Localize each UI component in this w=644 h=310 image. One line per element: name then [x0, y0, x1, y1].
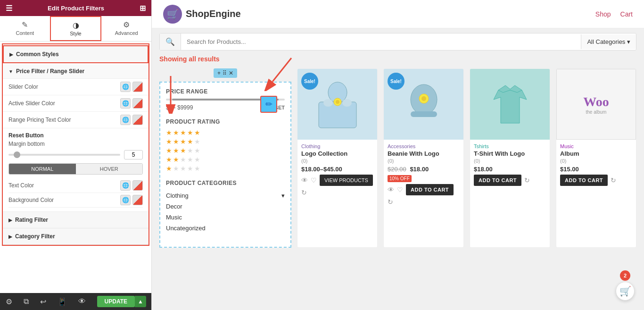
add-to-cart-btn-3[interactable]: ADD TO CART	[560, 175, 608, 186]
category-clothing[interactable]: Clothing ▾	[166, 190, 285, 201]
category-clothing-arrow: ▾	[281, 192, 285, 199]
svg-point-13	[421, 96, 426, 101]
text-color-btn[interactable]	[132, 180, 143, 191]
common-styles-header[interactable]: ▶ Common Styles	[3, 45, 149, 63]
tab-style[interactable]: ◑ Style	[50, 16, 102, 41]
star-empty: ★	[180, 165, 186, 172]
layers-icon[interactable]: ⧉	[24, 297, 29, 306]
star: ★	[166, 138, 172, 145]
cart-area: 2 🛒	[616, 270, 635, 301]
refresh-action-3[interactable]: ↻	[611, 176, 616, 184]
text-color-globe[interactable]: 🌐	[120, 180, 131, 191]
product-info-0: Clothing Logo Collection (0) $18.00–$45.…	[297, 140, 377, 200]
cart-link[interactable]: Cart	[620, 10, 633, 18]
star: ★	[166, 156, 172, 163]
product-price-3: $15.00	[560, 166, 632, 173]
star: ★	[166, 165, 172, 172]
update-dropdown-btn[interactable]: ▲	[135, 296, 146, 307]
tab-content-label: Content	[16, 30, 34, 36]
active-slider-globe[interactable]: 🌐	[120, 98, 131, 109]
cart-badge: 2	[620, 270, 630, 281]
bg-color-globe[interactable]: 🌐	[120, 195, 131, 205]
product-info-1: Accessories Beanie With Logo (0) $20.00 …	[384, 140, 463, 209]
product-image-2	[470, 69, 550, 140]
normal-tab[interactable]: NORMAL	[9, 164, 76, 174]
product-reviews-0: (0)	[301, 158, 373, 164]
search-input[interactable]	[181, 34, 581, 49]
grid-icon[interactable]: ⊞	[140, 4, 146, 13]
cart-icon-btn[interactable]: 🛒	[616, 282, 635, 301]
toolbar-drag[interactable]: ⠿	[223, 70, 227, 76]
toolbar-close[interactable]: ✕	[229, 70, 233, 76]
text-color-row: Text Color 🌐	[8, 178, 143, 193]
toolbar-plus[interactable]: +	[217, 70, 221, 76]
search-icon[interactable]: 🔍	[160, 34, 181, 50]
rating-filter-section[interactable]: ▶ Rating Filter	[3, 212, 149, 228]
category-label: All Categories	[587, 38, 625, 45]
eye-icon[interactable]: 👁	[78, 297, 86, 306]
product-name-2: T-Shirt With Logo	[474, 150, 546, 157]
tab-advanced[interactable]: ⚙ Advanced	[101, 16, 151, 41]
price-filter-label: Price Filter / Range Slider	[16, 68, 84, 75]
star-row-3[interactable]: ★★★★★	[166, 147, 285, 154]
tab-style-label: Style	[70, 31, 81, 36]
category-filter-section[interactable]: ▶ Category Filter	[3, 228, 149, 245]
add-to-cart-btn-1[interactable]: ADD TO CART	[406, 184, 454, 195]
logo-area: 🛒 ShopEngine	[163, 5, 241, 24]
refresh-action-1[interactable]: ↻	[388, 198, 393, 206]
star-row-5[interactable]: ★★★★★	[166, 129, 285, 136]
logo-icon: 🛒	[163, 5, 182, 24]
heart-action-0[interactable]: ♡	[311, 176, 317, 184]
active-slider-color-btn[interactable]	[132, 98, 143, 109]
product-category-0: Clothing	[301, 143, 373, 149]
tab-content[interactable]: ✎ Content	[0, 16, 50, 41]
edit-cursor[interactable]: ✏	[260, 96, 277, 113]
bottom-bar: ⚙ ⧉ ↩ 📱 👁 UPDATE ▲	[0, 293, 152, 310]
menu-icon[interactable]: ☰	[6, 4, 12, 13]
refresh-action-0[interactable]: ↻	[301, 189, 307, 196]
update-group: UPDATE ▲	[97, 296, 146, 307]
logo-text: ShopEngine	[186, 8, 241, 19]
price-filter-header[interactable]: ▼ Price Filter / Range Slider	[3, 64, 149, 79]
product-card-2: Tshirts T-Shirt With Logo (0) $18.00 ADD…	[470, 68, 550, 248]
category-uncategorized[interactable]: Uncategorized	[166, 223, 285, 234]
product-img-svg-2	[489, 81, 531, 128]
star: ★	[166, 147, 172, 154]
slider-color-controls: 🌐	[120, 82, 143, 92]
star-row-4[interactable]: ★★★★★	[166, 138, 285, 145]
panel-sections: ▶ Common Styles ▼ Price Filter / Range S…	[2, 43, 149, 246]
discount-badge-1: 10% OFF	[388, 175, 412, 182]
update-button[interactable]: UPDATE	[97, 296, 135, 307]
range-pricing-color-btn[interactable]	[132, 115, 143, 125]
view-products-btn-0[interactable]: VIEW PRODUCTS	[320, 175, 373, 186]
range-pricing-globe[interactable]: 🌐	[120, 115, 131, 125]
device-icon[interactable]: 📱	[58, 297, 67, 306]
hover-tab[interactable]: HOVER	[76, 164, 143, 174]
slider-globe-btn[interactable]: 🌐	[120, 82, 131, 92]
category-decor[interactable]: Decor	[166, 201, 285, 212]
filter-sidebar-wrapper: + ⠿ ✕ ✏	[159, 82, 291, 248]
category-dropdown[interactable]: All Categories ▾	[581, 34, 636, 49]
star: ★	[173, 147, 179, 154]
margin-value-input[interactable]	[124, 150, 143, 159]
eye-action-1[interactable]: 👁	[388, 186, 394, 193]
category-music[interactable]: Music	[166, 212, 285, 223]
star: ★	[173, 129, 179, 136]
filter-toolbar: + ⠿ ✕	[214, 68, 237, 78]
bg-color-btn[interactable]	[132, 195, 143, 205]
common-styles-arrow: ▶	[9, 52, 13, 57]
star: ★	[180, 129, 186, 136]
eye-action-0[interactable]: 👁	[301, 176, 308, 184]
refresh-action-2[interactable]: ↻	[524, 176, 530, 184]
slider-color-btn[interactable]	[132, 82, 143, 92]
shop-link[interactable]: Shop	[595, 10, 611, 18]
add-to-cart-btn-2[interactable]: ADD TO CART	[474, 175, 521, 186]
star-row-2[interactable]: ★★★★★	[166, 156, 285, 163]
heart-action-1[interactable]: ♡	[397, 186, 403, 193]
reset-button-label: Reset Button	[8, 132, 143, 139]
range-pricing-label: Range Pricing Text Color	[8, 117, 120, 123]
star-row-1[interactable]: ★★★★★	[166, 165, 285, 172]
settings-bottom-icon[interactable]: ⚙	[6, 297, 12, 306]
undo-icon[interactable]: ↩	[40, 297, 46, 306]
margin-slider[interactable]	[8, 154, 120, 156]
